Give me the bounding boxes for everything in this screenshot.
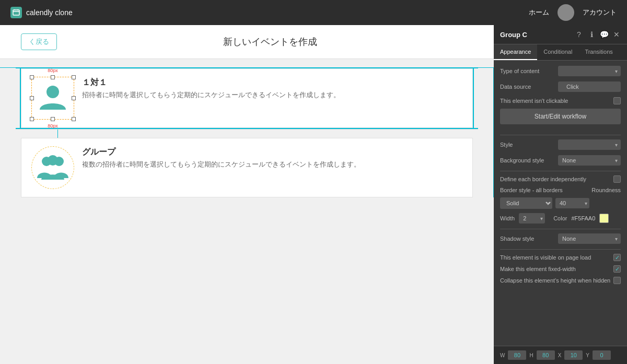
- app-logo: calendly clone: [10, 7, 73, 18]
- panel-tabs: Appearance Conditional Transitions: [494, 44, 627, 61]
- background-style-label: Background style: [500, 157, 544, 163]
- style-select[interactable]: [558, 139, 621, 150]
- account-link[interactable]: アカウント: [583, 8, 617, 17]
- handle-ml[interactable]: [30, 96, 34, 100]
- workflow-button[interactable]: Start/Edit workflow: [500, 109, 621, 124]
- event-title-group: グループ: [82, 147, 361, 158]
- group-icon: [32, 147, 74, 189]
- handle-br[interactable]: [72, 117, 76, 121]
- w-label: W: [500, 353, 505, 358]
- card-selection-wrapper: 80px: [16, 67, 478, 129]
- visible-checkbox[interactable]: ✓: [613, 254, 621, 261]
- not-clickable-checkbox[interactable]: [613, 97, 621, 104]
- svg-point-7: [48, 155, 58, 166]
- close-icon[interactable]: ✕: [612, 30, 621, 39]
- event-card-one-on-one[interactable]: 80px: [21, 68, 473, 128]
- page-header: く戻る 新しいイベントを作成: [0, 25, 494, 59]
- event-info-group: グループ 複数の招待者に時間を選択してもらう定期的にスケジュールできるイベントを…: [82, 147, 361, 169]
- fixed-width-checkbox[interactable]: ✓: [613, 265, 621, 273]
- tab-appearance[interactable]: Appearance: [494, 44, 537, 60]
- tab-transitions[interactable]: Transitions: [578, 44, 619, 60]
- data-source-row: Data source Click: [500, 81, 621, 92]
- color-swatch[interactable]: [599, 214, 609, 223]
- card-divider: [16, 129, 478, 130]
- panel-header: Group C ? ℹ 💬 ✕: [494, 25, 627, 44]
- define-border-checkbox[interactable]: [613, 175, 621, 183]
- person-svg: [37, 83, 68, 114]
- selection-line-bottom: [16, 128, 478, 129]
- fixed-width-row: Make this element fixed-width ✓: [500, 265, 621, 273]
- not-clickable-label: This element isn't clickable: [500, 98, 568, 104]
- y-label: Y: [586, 353, 589, 358]
- background-style-select[interactable]: None: [558, 155, 621, 166]
- style-label: Style: [500, 142, 513, 148]
- color-hex-value: #F5FAA0: [571, 215, 595, 221]
- home-link[interactable]: ホーム: [529, 8, 549, 17]
- event-desc-group: 複数の招待者に時間を選択してもらう定期的にスケジュールできるイベントを作成します…: [82, 160, 361, 169]
- width-input[interactable]: 2: [519, 213, 545, 224]
- app-name: calendly clone: [26, 8, 73, 17]
- coords-row: W 80 H 80 X 10 Y 0: [494, 346, 627, 364]
- color-label: Color: [553, 215, 567, 221]
- divider-1: [500, 135, 621, 135]
- border-style-select-wrapper: Solid: [500, 197, 552, 209]
- background-style-row: Background style None: [500, 155, 621, 166]
- group-icon-wrapper: [32, 147, 74, 189]
- event-icon-wrapper: 80px: [32, 77, 74, 119]
- cards-container: 80px: [16, 67, 478, 197]
- comment-icon[interactable]: 💬: [600, 30, 608, 39]
- w-input[interactable]: 80: [508, 350, 526, 360]
- content-area: く戻る 新しいイベントを作成 80px: [0, 25, 494, 364]
- handle-tm[interactable]: [51, 75, 55, 79]
- define-border-row: Define each border independently: [500, 175, 621, 183]
- fixed-width-checkmark: ✓: [615, 266, 620, 273]
- logo-icon: [10, 7, 22, 18]
- back-button[interactable]: く戻る: [21, 33, 57, 50]
- event-info-one-on-one: １対１ 招待者に時間を選択してもらう定期的にスケジュールできるイベントを作成しま…: [82, 77, 340, 100]
- type-of-content-select[interactable]: [558, 66, 621, 76]
- border-style-select[interactable]: Solid: [500, 197, 552, 209]
- nav-right: ホーム アカウント: [529, 4, 617, 21]
- main-container: く戻る 新しいイベントを作成 80px: [0, 25, 627, 364]
- svg-rect-0: [13, 10, 19, 15]
- visible-checkmark: ✓: [615, 254, 620, 261]
- background-style-select-wrapper: None: [558, 155, 621, 166]
- tab-conditional[interactable]: Conditional: [537, 44, 578, 60]
- border-select-row: Solid 40: [500, 197, 621, 209]
- handle-mr[interactable]: [72, 96, 76, 100]
- handle-tl[interactable]: [30, 75, 34, 79]
- shadow-style-select-wrapper: None: [558, 233, 621, 244]
- collapse-checkbox[interactable]: [613, 277, 621, 284]
- border-style-label: Border style - all borders: [500, 187, 588, 193]
- canvas-line-right: [493, 67, 494, 197]
- size-label-height: 80px: [48, 123, 58, 128]
- panel-title: Group C: [500, 31, 527, 39]
- data-source-label: Data source: [500, 84, 531, 90]
- size-label-width: 80px: [48, 68, 58, 73]
- width-label: Width: [500, 215, 515, 221]
- event-card-group[interactable]: グループ 複数の招待者に時間を選択してもらう定期的にスケジュールできるイベントを…: [21, 138, 473, 197]
- group-svg: [36, 151, 69, 184]
- divider-4: [500, 249, 621, 250]
- h-input[interactable]: 80: [537, 350, 555, 360]
- roundness-input[interactable]: 40: [555, 198, 589, 208]
- event-title-one-on-one: １対１: [82, 77, 340, 88]
- y-input[interactable]: 0: [593, 350, 611, 360]
- collapse-row: Collapse this element's height when hidd…: [500, 277, 621, 284]
- width-input-wrapper: 2: [519, 213, 545, 224]
- shadow-style-select[interactable]: None: [558, 233, 621, 244]
- help-icon[interactable]: ?: [575, 30, 583, 39]
- avatar[interactable]: [558, 4, 574, 21]
- type-of-content-label: Type of content: [500, 68, 539, 74]
- fixed-width-label: Make this element fixed-width: [500, 266, 576, 272]
- visible-row: This element is visible on page load ✓: [500, 254, 621, 261]
- handle-bm[interactable]: [51, 117, 55, 121]
- handle-tr[interactable]: [72, 75, 76, 79]
- info-icon[interactable]: ℹ: [587, 30, 596, 39]
- x-input[interactable]: 10: [564, 350, 583, 360]
- event-desc-one-on-one: 招待者に時間を選択してもらう定期的にスケジュールできるイベントを作成します。: [82, 90, 340, 100]
- svg-point-4: [47, 86, 59, 98]
- handle-bl[interactable]: [30, 117, 34, 121]
- data-source-button[interactable]: Click: [558, 81, 621, 92]
- define-border-label: Define each border independently: [500, 176, 586, 182]
